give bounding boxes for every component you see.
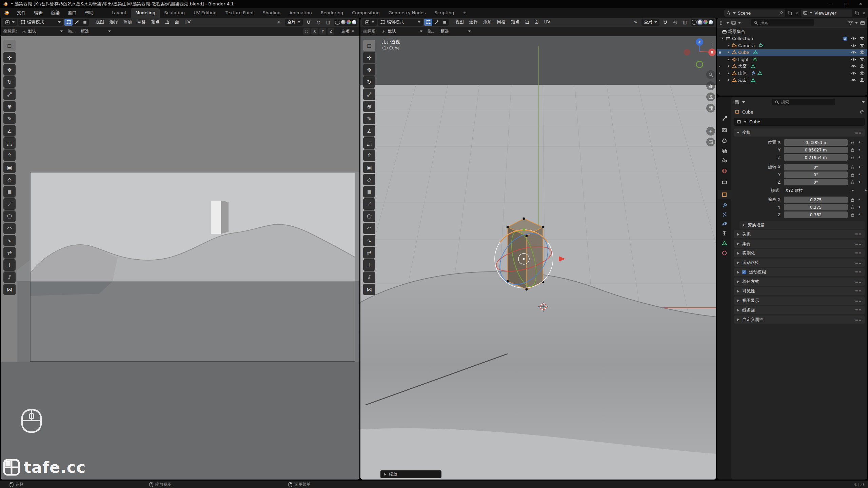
tool-shear-button[interactable]: ⫽ <box>363 271 375 283</box>
animate-dot[interactable]: • <box>858 139 861 146</box>
animate-dot[interactable]: • <box>858 154 861 161</box>
properties-tab-object-data[interactable] <box>718 238 731 248</box>
tool-knife-button[interactable]: ⟋ <box>3 198 16 210</box>
snap-magnet-icon[interactable] <box>661 19 669 26</box>
mirror-z-toggle[interactable]: Z <box>328 28 334 35</box>
editor-type-button[interactable] <box>362 19 377 26</box>
panel-线条画[interactable]: 线条画≡≡ <box>734 306 865 314</box>
pin-icon[interactable] <box>779 11 783 15</box>
tool-rip-region-button[interactable]: ⋈ <box>363 284 375 295</box>
drag-handle-icon[interactable] <box>719 52 721 54</box>
tool-rip-region-button[interactable]: ⋈ <box>3 284 16 295</box>
face-select-button[interactable] <box>81 19 89 26</box>
annotate-icon[interactable]: ✎ <box>275 19 283 26</box>
animate-dot[interactable]: • <box>858 211 861 218</box>
transform-panel-header[interactable]: 变换 ≡≡ <box>734 128 865 137</box>
tool-move-button[interactable]: ✥ <box>363 64 375 76</box>
drag-dropdown[interactable]: 框选 <box>79 28 113 35</box>
viewport-menu-网格[interactable]: 网格 <box>135 19 149 24</box>
viewport-menu-视图[interactable]: 视图 <box>453 19 467 24</box>
orientation-dropdown[interactable]: 全局 <box>285 19 303 26</box>
tool-poly-build-button[interactable]: ⬠ <box>363 210 375 222</box>
outliner-row-sky[interactable]: 天空 <box>717 63 867 70</box>
expand-caret-icon[interactable] <box>728 44 730 47</box>
properties-type-icon[interactable] <box>734 99 739 105</box>
properties-tab-modifiers[interactable] <box>718 201 731 210</box>
tool-smooth-button[interactable]: ∿ <box>3 235 16 246</box>
viewport-menu-顶点[interactable]: 顶点 <box>149 19 162 24</box>
workspace-tab-compositing[interactable]: Compositing <box>348 8 384 18</box>
tool-cursor-button[interactable]: ✛ <box>3 52 16 63</box>
outliner-row-cube[interactable]: Cube <box>717 49 867 56</box>
tool-poly-build-button[interactable]: ⬠ <box>3 210 16 222</box>
datablock-field[interactable]: Cube <box>734 118 865 126</box>
tool-select-box-button[interactable]: ◻ <box>3 40 16 51</box>
tool-extrude-button[interactable]: ⇧ <box>3 149 16 161</box>
wireframe-shading-icon[interactable] <box>692 20 697 25</box>
snap-magnet-icon[interactable] <box>304 19 313 26</box>
tool-edge-slide-button[interactable]: ⇄ <box>363 247 375 259</box>
panel-集合[interactable]: 集合≡≡ <box>734 240 865 248</box>
filter-funnel-icon[interactable] <box>848 20 853 25</box>
tool-loop-cut-button[interactable]: ≣ <box>363 186 375 198</box>
expand-caret-icon[interactable] <box>728 72 730 75</box>
add-overlay-icon[interactable]: ＋ <box>706 127 715 136</box>
blender-menu-icon[interactable] <box>3 10 9 16</box>
lock-icon[interactable] <box>850 205 855 209</box>
proportional-edit-icon[interactable]: ◎ <box>671 19 679 26</box>
outliner-display-mode-icon[interactable] <box>719 20 724 25</box>
coord-dropdown[interactable]: 默认 <box>20 28 65 35</box>
camera-view-canvas[interactable]: ◻✛✥↻⤢⊕✎∠⬚⇧▣◇≣⟋⬠◠∿⇄⊥⫽⋈ <box>1 36 359 480</box>
properties-tab-view-layer[interactable] <box>718 146 731 156</box>
camera-restrict-icon[interactable] <box>860 71 865 76</box>
workspace-tab-animation[interactable]: Animation <box>285 8 316 18</box>
tool-select-box-button[interactable]: ◻ <box>363 40 375 51</box>
workspace-tab-scripting[interactable]: Scripting <box>430 8 458 18</box>
workspace-tab-rendering[interactable]: Rendering <box>316 8 348 18</box>
expand-caret-icon[interactable] <box>728 58 730 61</box>
properties-tab-physics[interactable] <box>718 219 731 228</box>
delta-transform-panel[interactable]: 变换增量 <box>739 221 865 229</box>
tool-measure-button[interactable]: ∠ <box>3 125 16 137</box>
zoom-icon[interactable] <box>706 70 715 79</box>
viewport-menu-面[interactable]: 面 <box>172 19 182 24</box>
properties-tab-tool[interactable] <box>718 114 731 123</box>
mode-dropdown[interactable]: 编辑模式 <box>18 19 63 26</box>
panel-grip-icon[interactable]: ≡≡ <box>855 308 862 312</box>
properties-tab-scene[interactable] <box>718 155 731 165</box>
panel-关系[interactable]: 关系≡≡ <box>734 230 865 238</box>
camera-restrict-icon[interactable] <box>860 78 865 83</box>
material-shading-icon[interactable] <box>703 20 708 24</box>
solid-shading-icon[interactable] <box>341 20 346 24</box>
camera-restrict-icon[interactable] <box>860 36 865 41</box>
eye-icon[interactable] <box>851 78 856 83</box>
eye-icon[interactable] <box>851 36 856 41</box>
vertex-select-button[interactable] <box>64 19 73 26</box>
lock-icon[interactable] <box>850 165 855 169</box>
panel-可见性[interactable]: 可见性≡≡ <box>734 287 865 295</box>
lock-icon[interactable] <box>850 212 855 217</box>
workspace-tab-sculpting[interactable]: Sculpting <box>160 8 189 18</box>
reference-image-icon[interactable] <box>706 138 715 146</box>
eye-icon[interactable] <box>851 43 856 48</box>
checkbox-icon[interactable]: ✓ <box>742 270 746 274</box>
workspace-tab-modeling[interactable]: Modeling <box>131 8 160 18</box>
properties-tab-world[interactable] <box>718 166 731 176</box>
properties-tab-render[interactable] <box>718 125 731 135</box>
tool-annotate-button[interactable]: ✎ <box>363 113 375 124</box>
camera-restrict-icon[interactable] <box>860 57 865 62</box>
panel-grip-icon[interactable]: ≡≡ <box>855 261 862 265</box>
workspace-tab-uv-editing[interactable]: UV Editing <box>189 8 221 18</box>
viewport-menu-顶点[interactable]: 顶点 <box>508 19 522 24</box>
edge-select-button[interactable] <box>432 19 440 26</box>
mirror-x-toggle[interactable]: X <box>311 28 318 35</box>
annotate-icon[interactable]: ✎ <box>632 19 640 26</box>
orientation-dropdown[interactable]: 全局 <box>642 19 659 26</box>
rotation-mode-dropdown[interactable]: XYZ 欧拉 <box>783 187 856 194</box>
value-field[interactable]: 0.782 <box>784 211 848 218</box>
eye-icon[interactable] <box>851 50 856 55</box>
camera-restrict-icon[interactable] <box>860 50 865 55</box>
add-workspace-button[interactable]: + <box>458 8 471 18</box>
properties-tab-material[interactable] <box>718 248 731 258</box>
xray-toggle-icon[interactable]: ◫ <box>681 19 689 26</box>
